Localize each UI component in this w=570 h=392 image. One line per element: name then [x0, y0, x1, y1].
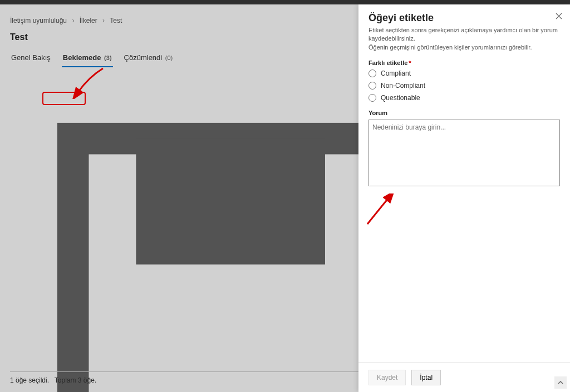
tab-pending[interactable]: Beklemede (3) — [62, 50, 113, 67]
close-button[interactable] — [556, 12, 562, 21]
scroll-top-button[interactable] — [554, 376, 567, 389]
tab-pending-label: Beklemede — [63, 53, 101, 62]
radio-questionable-input[interactable] — [368, 94, 376, 102]
comment-field-label: Yorum — [368, 110, 560, 116]
tab-resolved[interactable]: Çözümlendi (0) — [123, 50, 174, 67]
breadcrumb-current: Test — [110, 17, 122, 24]
tag-field-label-text: Farklı etiketle — [368, 59, 407, 66]
comment-textarea[interactable] — [368, 120, 560, 186]
app-topbar — [0, 0, 570, 4]
panel-desc-line1: Etiket seçtikten sonra gerekçenizi açıkl… — [368, 27, 558, 42]
radio-noncompliant-label: Non-Compliant — [381, 82, 425, 90]
radio-compliant[interactable]: Compliant — [368, 70, 560, 77]
tab-resolved-label: Çözümlendi — [124, 53, 163, 62]
panel-title: Öğeyi etiketle — [368, 12, 560, 24]
radio-noncompliant-input[interactable] — [368, 82, 376, 90]
chevron-up-icon — [558, 380, 563, 385]
radio-noncompliant[interactable]: Non-Compliant — [368, 82, 560, 90]
panel-desc-line2: Öğenin geçmişini görüntüleyen kişiler yo… — [368, 44, 532, 51]
breadcrumb-root[interactable]: İletişim uyumluluğu — [10, 17, 67, 24]
panel-footer: Kaydet İptal — [358, 363, 570, 392]
panel-description: Etiket seçtikten sonra gerekçenizi açıkl… — [368, 26, 560, 52]
tab-pending-count: (3) — [104, 54, 111, 61]
breadcrumb-policies[interactable]: İlkeler — [80, 17, 97, 24]
breadcrumb-sep: › — [102, 17, 105, 24]
close-icon — [556, 13, 562, 19]
required-star: * — [409, 59, 411, 66]
radio-questionable[interactable]: Questionable — [368, 94, 560, 102]
tag-field-label: Farklı etiketle* — [368, 59, 560, 66]
footer-total: Toplam 3 öğe. — [55, 376, 96, 384]
radio-compliant-label: Compliant — [381, 70, 411, 77]
tab-overview[interactable]: Genel Bakış — [10, 50, 52, 67]
save-button[interactable]: Kaydet — [368, 370, 406, 385]
cancel-button[interactable]: İptal — [411, 370, 441, 385]
tab-resolved-count: (0) — [165, 54, 173, 61]
radio-questionable-label: Questionable — [381, 94, 420, 102]
radio-compliant-input[interactable] — [368, 70, 376, 77]
svg-rect-1 — [136, 138, 325, 264]
footer-selected: 1 öğe seçildi. — [10, 376, 49, 384]
tag-item-panel: Öğeyi etiketle Etiket seçtikten sonra ge… — [358, 4, 570, 392]
breadcrumb-sep: › — [72, 17, 74, 24]
tag-radio-group: Compliant Non-Compliant Questionable — [368, 70, 560, 102]
